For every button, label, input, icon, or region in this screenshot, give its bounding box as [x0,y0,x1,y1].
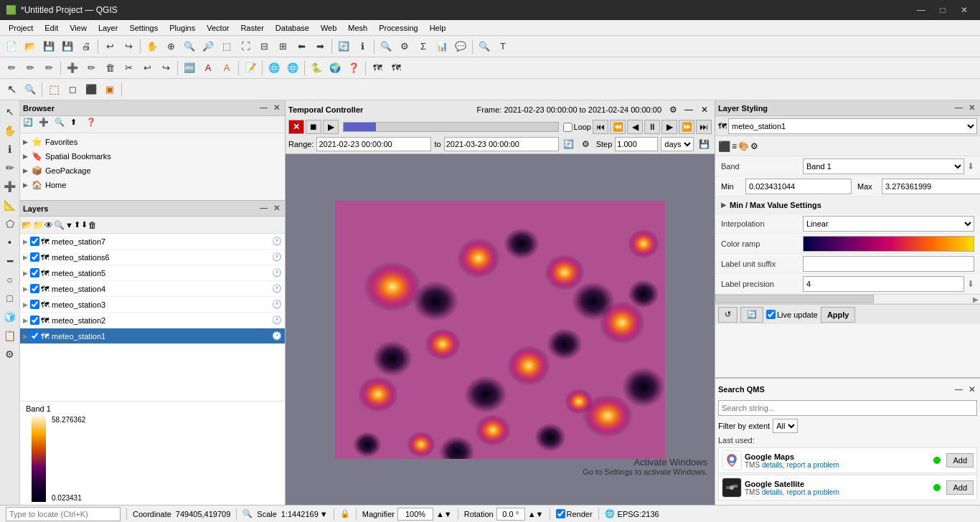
menu-view[interactable]: View [64,22,93,34]
zoom-out-button[interactable]: 🔎 [199,38,217,55]
sel5-button[interactable]: ⬛ [83,81,100,98]
progress-bar[interactable] [343,122,559,132]
lt-pan[interactable]: ✋ [1,122,19,139]
tc-prev-button[interactable]: ⏪ [610,120,626,134]
tc-next-button[interactable]: ⏩ [679,120,694,134]
edit-button[interactable]: ✏ [22,60,39,77]
scroll-right-icon[interactable]: ▶ [971,295,980,304]
search-qms-close-icon[interactable]: ✕ [966,384,977,395]
browser-filter[interactable]: 🔍 [55,118,69,132]
lock-item[interactable]: 🔒 [340,509,350,518]
open-project-button[interactable]: 📂 [22,38,39,55]
layer-item-meteo1[interactable]: ▶ 🗺 meteo_station1 🕐 [20,328,285,344]
label-precision-input[interactable] [803,276,964,292]
google-maps-details-link[interactable]: details [762,461,783,469]
edit3-button[interactable]: ✏ [83,60,100,77]
redo2-button[interactable]: ↪ [157,60,174,77]
range-start-input[interactable] [316,137,431,151]
rotation-input[interactable] [496,508,525,521]
open-layer-btn[interactable]: 📂 [22,220,32,230]
browser-refresh[interactable]: 🔄 [23,118,37,132]
settings-button[interactable]: ⚙ [396,38,413,55]
temporal-collapse-icon[interactable]: — [682,103,696,117]
layer-item-meteo2[interactable]: ▶ 🗺 meteo_station2 🕐 [20,313,285,328]
style-graduated-btn[interactable]: 🎨 [738,141,749,151]
zoom-selection-button[interactable]: ⊞ [274,38,291,55]
layer-item-meteo3[interactable]: ▶ 🗺 meteo_station3 🕐 [20,297,285,313]
google-maps-add-button[interactable]: Add [946,453,974,468]
python-button[interactable]: 🐍 [308,60,325,77]
lt-circle[interactable]: ○ [1,271,19,288]
lt-add[interactable]: ➕ [1,178,19,195]
styling-close-icon[interactable]: ✕ [966,103,977,113]
sel2-button[interactable]: 🔍 [22,81,39,98]
layer-item-meteo5[interactable]: ▶ 🗺 meteo_station5 🕐 [20,265,285,281]
lt-settings2[interactable]: ⚙ [1,346,19,363]
sel4-button[interactable]: ◻ [64,81,81,98]
revert-button[interactable]: ↺ [718,307,738,323]
label-button[interactable]: 🔤 [181,60,198,77]
menu-raster[interactable]: Raster [235,22,269,34]
undo-button[interactable]: ↩ [101,38,118,55]
browser-add-layer[interactable]: ➕ [39,118,53,132]
lt-shape[interactable]: □ [1,290,19,307]
style-single-btn[interactable]: ⬛ [718,141,730,152]
style-rule-btn[interactable]: ⚙ [750,141,758,151]
range-settings-icon[interactable]: ⚙ [579,137,593,151]
styling-collapse-icon[interactable]: — [953,103,965,113]
horizontal-scrollbar[interactable]: ▶ [715,294,980,304]
browser-help[interactable]: ❓ [86,118,100,132]
zoom-full-button[interactable]: ⛶ [237,38,254,55]
magnifier-input[interactable] [397,508,433,521]
zoom-rubber-band-button[interactable]: ⬚ [218,38,235,55]
label-a-button[interactable]: A [199,60,217,77]
tc-skip-start-button[interactable]: ⏮ [593,120,608,134]
layer-name-select[interactable]: meteo_station1 [728,118,977,134]
print-button[interactable]: 🖨 [77,38,95,55]
browser-item-bookmarks[interactable]: ▶ 🔖 Spatial Bookmarks [20,149,285,163]
filter2-btn[interactable]: ▼ [65,221,73,229]
annotation-button[interactable]: 📝 [242,60,259,77]
layer-check-meteo1[interactable] [30,331,39,341]
browser-close-icon[interactable]: ✕ [271,103,282,113]
menu-project[interactable]: Project [3,22,39,34]
lt-line[interactable]: ━ [1,252,19,270]
style-categorized-btn[interactable]: ≡ [732,141,737,151]
delete-button[interactable]: 🗑 [101,60,118,77]
filter-select[interactable]: All [773,419,798,433]
layer-check-meteo3[interactable] [30,300,39,309]
zoom-layer-button[interactable]: ⊟ [255,38,273,55]
live-update-check[interactable] [766,310,776,319]
stats-button[interactable]: Σ [415,38,432,55]
label-unit-input[interactable] [803,256,974,272]
georef2-button[interactable]: 🗺 [387,60,405,77]
menu-settings[interactable]: Settings [123,22,164,34]
save-temporal-icon[interactable]: 💾 [697,137,711,151]
layer-check-meteo4[interactable] [30,284,39,293]
temporal-close-icon[interactable]: ✕ [697,103,712,117]
tc-stop-button[interactable]: ✕ [288,120,304,134]
layers-close-icon[interactable]: ✕ [271,203,282,214]
google-satellite-report-link[interactable]: report a problem [786,488,839,496]
save-button[interactable]: 💾 [40,38,57,55]
menu-processing[interactable]: Processing [373,22,423,34]
lt-info[interactable]: ℹ [1,141,19,158]
menu-vector[interactable]: Vector [201,22,235,34]
locate-input[interactable] [6,507,121,521]
google-satellite-details-link[interactable]: details [762,488,783,496]
chart-button[interactable]: 📊 [433,38,451,55]
magnifier-spinner[interactable]: ▲▼ [436,510,452,518]
sel1-button[interactable]: ↖ [3,81,20,98]
lt-measure[interactable]: 📐 [1,196,19,214]
layer-check-meteo2[interactable] [30,315,39,325]
scale-dropdown-icon[interactable]: ▼ [320,510,328,518]
add-group-btn[interactable]: 📁 [33,220,44,230]
loop-checkbox[interactable]: Loop [563,123,591,132]
browser-item-geopackage[interactable]: ▶ 📦 GeoPackage [20,163,285,178]
tc-prev-step-button[interactable]: ◀ [627,120,643,134]
browser-item-favorites[interactable]: ▶ ⭐ Favorites [20,135,285,149]
label-b-button[interactable]: A [218,60,235,77]
epsg-item[interactable]: 🌐 EPSG:2136 [605,509,659,518]
menu-edit[interactable]: Edit [39,22,64,34]
message-button[interactable]: 💬 [452,38,469,55]
